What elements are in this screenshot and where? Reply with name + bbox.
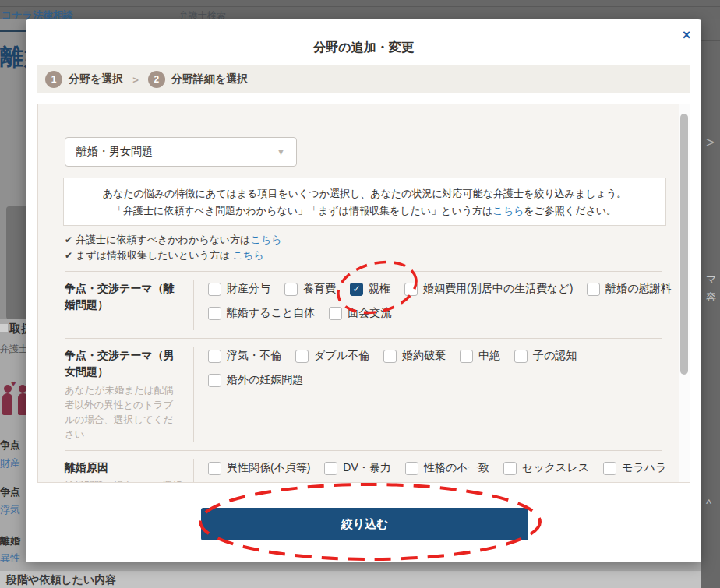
checkbox-icon[interactable] bbox=[460, 350, 473, 363]
notice-link[interactable]: こちら bbox=[492, 205, 524, 217]
check-icon: ✔ bbox=[65, 250, 72, 261]
step-separator-icon: > bbox=[132, 74, 139, 86]
checkbox-row: 浮気・不倫ダブル不倫婚約破棄中絶子の認知 bbox=[208, 349, 662, 363]
form-section: 争点・交渉テーマ（離婚問題）財産分与養育費✓親権婚姻費用(別居中の生活費など)離… bbox=[65, 271, 662, 338]
checkbox-item[interactable]: 離婚の慰謝料 bbox=[587, 282, 671, 296]
notice-line2-post: をご参照ください。 bbox=[524, 205, 616, 217]
checkbox-item[interactable]: ✓親権 bbox=[350, 282, 390, 296]
bg-fragment: 容 bbox=[706, 290, 716, 305]
checkbox-item[interactable]: 養育費 bbox=[284, 282, 336, 296]
checkbox-item[interactable]: 面会交流 bbox=[329, 306, 391, 320]
checkbox-icon[interactable] bbox=[324, 462, 337, 475]
section-helper-text: 離婚問題の場合のみ、選択してください bbox=[65, 479, 182, 483]
checkbox-icon[interactable] bbox=[405, 462, 418, 475]
checkbox-label: 財産分与 bbox=[227, 282, 270, 296]
check-icon: ✔ bbox=[65, 234, 72, 245]
checkbox-row: 財産分与養育費✓親権婚姻費用(別居中の生活費など)離婚の慰謝料 bbox=[208, 282, 686, 296]
step-2-label: 分野詳細を選択 bbox=[171, 72, 248, 86]
checkbox-label: 離婚すること自体 bbox=[227, 306, 315, 320]
chevron-down-icon: ▼ bbox=[277, 147, 285, 157]
sections: 争点・交渉テーマ（離婚問題）財産分与養育費✓親権婚姻費用(別居中の生活費など)離… bbox=[65, 271, 662, 483]
checkbox-icon[interactable] bbox=[503, 462, 517, 475]
checkbox-item[interactable]: 子の認知 bbox=[514, 349, 577, 363]
section-label: 争点・交渉テーマ（離婚問題） bbox=[65, 280, 194, 330]
form-section: 争点・交渉テーマ（男女問題）あなたが未婚または配偶者以外の異性とのトラブルの場合… bbox=[65, 338, 662, 450]
checkbox-item[interactable]: 性格の不一致 bbox=[405, 461, 489, 475]
background-card-image bbox=[6, 206, 26, 319]
checkbox-item[interactable]: 中絶 bbox=[460, 349, 500, 363]
notice-line2: 「弁護士に依頼すべき問題かわからない」「まずは情報収集をしたい」という方はこちら… bbox=[64, 202, 665, 220]
step-2-badge: 2 bbox=[148, 71, 165, 88]
lawyer-label-fragment: 弁護士 bbox=[0, 343, 28, 356]
checkbox-icon[interactable] bbox=[295, 350, 309, 363]
section-checkboxes: 浮気・不倫ダブル不倫婚約破棄中絶子の認知婚外の妊娠問題 bbox=[194, 347, 662, 442]
checkbox-icon[interactable] bbox=[603, 462, 616, 475]
section-label: 争点・交渉テーマ（男女問題）あなたが未婚または配偶者以外の異性とのトラブルの場合… bbox=[65, 347, 194, 442]
section-title: 離婚原因 bbox=[65, 459, 182, 476]
checkbox-label: 婚約破棄 bbox=[402, 349, 446, 363]
checkbox-icon[interactable] bbox=[208, 374, 221, 387]
step-1-badge: 1 bbox=[45, 71, 62, 88]
quick-link-2-anchor[interactable]: こちら bbox=[233, 249, 264, 261]
checkbox-icon[interactable] bbox=[404, 283, 418, 296]
notice-line1: あなたの悩みの特徴にあてはまる項目をいくつか選択し、あなたの状況に対応可能な弁護… bbox=[64, 185, 665, 202]
checkbox-icon[interactable] bbox=[383, 350, 397, 363]
bg-fragment: マ bbox=[706, 273, 716, 287]
checkbox-icon[interactable] bbox=[329, 307, 342, 320]
form-section: 離婚原因離婚問題の場合のみ、選択してください異性関係(不貞等)DV・暴力性格の不… bbox=[65, 450, 662, 483]
chevron-up-icon: ^ bbox=[706, 497, 711, 510]
section-helper-text: あなたが未婚または配偶者以外の異性とのトラブルの場合、選択してください bbox=[65, 383, 182, 442]
checkbox-label: 子の認知 bbox=[533, 349, 577, 363]
background-below-modal bbox=[0, 562, 701, 571]
scrollbar-thumb[interactable] bbox=[680, 114, 688, 375]
checkbox-label: 中絶 bbox=[478, 349, 500, 363]
background-top-bar: コナラ法律相談 弁護士検索 bbox=[0, 0, 720, 19]
step-1: 1 分野を選択 bbox=[45, 71, 123, 88]
heart-icon: ♥ bbox=[11, 379, 16, 388]
checkbox-item[interactable]: 婚約破棄 bbox=[383, 349, 446, 363]
checkbox-icon[interactable] bbox=[208, 462, 221, 475]
checkbox-checked-icon[interactable]: ✓ bbox=[350, 283, 363, 296]
checkbox-row: 婚外の妊娠問題 bbox=[208, 373, 662, 387]
checkbox-item[interactable]: ダブル不倫 bbox=[295, 349, 369, 363]
checkbox-icon[interactable] bbox=[208, 350, 221, 363]
bg-fragment: 争点 bbox=[0, 438, 20, 452]
category-select[interactable]: 離婚・男女問題 ▼ bbox=[65, 137, 297, 167]
bg-fragment-link: 財産 bbox=[0, 456, 20, 470]
quick-link-2-text: まずは情報収集したいという方は bbox=[76, 249, 233, 261]
checkbox-item[interactable]: 離婚すること自体 bbox=[208, 306, 315, 320]
checkbox-item[interactable]: 婚姻費用(別居中の生活費など) bbox=[404, 282, 573, 296]
checkbox-icon[interactable] bbox=[587, 283, 600, 296]
checkbox-label: 親権 bbox=[369, 282, 390, 296]
checkbox-icon[interactable] bbox=[514, 350, 528, 363]
checkbox-icon[interactable] bbox=[208, 307, 221, 320]
panel-scrollbar[interactable] bbox=[679, 104, 690, 482]
background-bottom-bar: 段階や依頼したい内容 bbox=[0, 571, 701, 588]
quick-link-1-text: 弁護士に依頼すべきかわからない方は bbox=[76, 234, 250, 245]
checkbox-label: 婚外の妊娠問題 bbox=[227, 373, 303, 387]
field-change-modal: × 分野の追加・変更 1 分野を選択 > 2 分野詳細を選択 離婚・男女問題 ▼… bbox=[26, 19, 701, 562]
handled-icon bbox=[0, 324, 8, 332]
checkbox-icon[interactable] bbox=[284, 283, 298, 296]
checkbox-item[interactable]: セックスレス bbox=[503, 461, 589, 475]
checkbox-item[interactable]: DV・暴力 bbox=[324, 461, 390, 475]
step-1-label: 分野を選択 bbox=[69, 72, 123, 86]
field-detail-panel: 離婚・男女問題 ▼ あなたの悩みの特徴にあてはまる項目をいくつか選択し、あなたの… bbox=[37, 104, 690, 483]
checkbox-item[interactable]: モラハラ bbox=[603, 461, 666, 475]
checkbox-label: 離婚の慰謝料 bbox=[605, 282, 671, 296]
section-title: 争点・交渉テーマ（男女問題） bbox=[65, 347, 182, 380]
modal-title: 分野の追加・変更 bbox=[26, 40, 701, 56]
checkbox-icon[interactable] bbox=[208, 283, 221, 296]
checkbox-label: DV・暴力 bbox=[343, 461, 390, 475]
checkbox-label: 性格の不一致 bbox=[424, 461, 489, 475]
checkbox-item[interactable]: 浮気・不倫 bbox=[208, 349, 281, 363]
background-page-right: > マ 容 ^ bbox=[701, 19, 720, 588]
notice-box: あなたの悩みの特徴にあてはまる項目をいくつか選択し、あなたの状況に対応可能な弁護… bbox=[63, 178, 666, 226]
chevron-right-icon: > bbox=[706, 135, 715, 151]
checkbox-item[interactable]: 異性関係(不貞等) bbox=[208, 461, 310, 475]
filter-submit-button[interactable]: 絞り込む bbox=[201, 508, 528, 540]
quick-link-1-anchor[interactable]: こちら bbox=[250, 234, 281, 245]
step-2: 2 分野詳細を選択 bbox=[148, 71, 248, 88]
checkbox-item[interactable]: 婚外の妊娠問題 bbox=[208, 373, 303, 387]
checkbox-item[interactable]: 財産分与 bbox=[208, 282, 270, 296]
